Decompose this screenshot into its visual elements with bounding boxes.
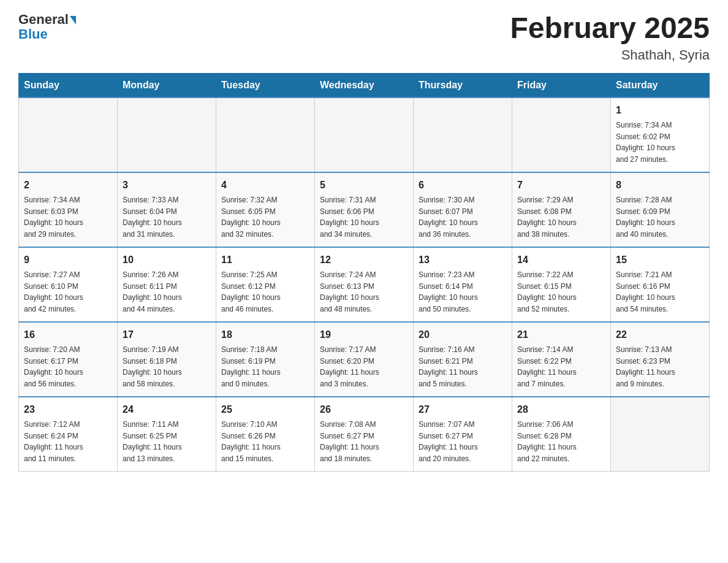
calendar-header-row: SundayMondayTuesdayWednesdayThursdayFrid…: [19, 73, 710, 98]
calendar-week-row: 1Sunrise: 7:34 AM Sunset: 6:02 PM Daylig…: [19, 98, 710, 172]
day-number: 13: [419, 253, 507, 267]
day-info: Sunrise: 7:24 AM Sunset: 6:13 PM Dayligh…: [320, 270, 379, 313]
day-number: 21: [517, 327, 605, 342]
calendar-cell: [512, 98, 611, 172]
day-number: 23: [24, 402, 112, 417]
page-subtitle: Shathah, Syria: [510, 47, 710, 63]
day-info: Sunrise: 7:28 AM Sunset: 6:09 PM Dayligh…: [616, 196, 675, 239]
day-of-week-header: Tuesday: [216, 73, 315, 98]
day-number: 5: [320, 178, 408, 193]
day-number: 17: [123, 327, 211, 342]
day-info: Sunrise: 7:16 AM Sunset: 6:21 PM Dayligh…: [419, 345, 478, 388]
day-number: 14: [517, 253, 605, 267]
day-info: Sunrise: 7:14 AM Sunset: 6:22 PM Dayligh…: [517, 345, 577, 388]
calendar-cell: 14Sunrise: 7:22 AM Sunset: 6:15 PM Dayli…: [512, 247, 611, 322]
day-info: Sunrise: 7:33 AM Sunset: 6:04 PM Dayligh…: [123, 196, 182, 239]
calendar-cell: 26Sunrise: 7:08 AM Sunset: 6:27 PM Dayli…: [315, 397, 414, 472]
calendar-cell: 13Sunrise: 7:23 AM Sunset: 6:14 PM Dayli…: [414, 247, 512, 322]
calendar-week-row: 16Sunrise: 7:20 AM Sunset: 6:17 PM Dayli…: [19, 322, 710, 397]
day-info: Sunrise: 7:34 AM Sunset: 6:02 PM Dayligh…: [616, 121, 675, 164]
day-number: 10: [123, 253, 211, 267]
day-info: Sunrise: 7:10 AM Sunset: 6:26 PM Dayligh…: [221, 420, 281, 463]
page-title: February 2025: [510, 12, 710, 45]
logo: GeneralBlue: [18, 12, 76, 42]
day-info: Sunrise: 7:25 AM Sunset: 6:12 PM Dayligh…: [221, 270, 281, 313]
calendar-table: SundayMondayTuesdayWednesdayThursdayFrid…: [18, 73, 710, 472]
calendar-cell: 10Sunrise: 7:26 AM Sunset: 6:11 PM Dayli…: [118, 247, 216, 322]
calendar-cell: 25Sunrise: 7:10 AM Sunset: 6:26 PM Dayli…: [216, 397, 315, 472]
day-info: Sunrise: 7:22 AM Sunset: 6:15 PM Dayligh…: [517, 270, 577, 313]
calendar-cell: 9Sunrise: 7:27 AM Sunset: 6:10 PM Daylig…: [19, 247, 118, 322]
calendar-week-row: 9Sunrise: 7:27 AM Sunset: 6:10 PM Daylig…: [19, 247, 710, 322]
day-number: 16: [24, 327, 112, 342]
calendar-cell: 4Sunrise: 7:32 AM Sunset: 6:05 PM Daylig…: [216, 172, 315, 247]
calendar-cell: 15Sunrise: 7:21 AM Sunset: 6:16 PM Dayli…: [611, 247, 710, 322]
day-number: 27: [419, 402, 507, 417]
page-header: GeneralBlue February 2025 Shathah, Syria: [18, 12, 710, 63]
day-number: 28: [517, 402, 605, 417]
day-info: Sunrise: 7:32 AM Sunset: 6:05 PM Dayligh…: [221, 196, 281, 239]
calendar-cell: 1Sunrise: 7:34 AM Sunset: 6:02 PM Daylig…: [611, 98, 710, 172]
calendar-cell: 19Sunrise: 7:17 AM Sunset: 6:20 PM Dayli…: [315, 322, 414, 397]
calendar-cell: 23Sunrise: 7:12 AM Sunset: 6:24 PM Dayli…: [19, 397, 118, 472]
calendar-cell: 6Sunrise: 7:30 AM Sunset: 6:07 PM Daylig…: [414, 172, 512, 247]
calendar-week-row: 23Sunrise: 7:12 AM Sunset: 6:24 PM Dayli…: [19, 397, 710, 472]
day-number: 11: [221, 253, 309, 267]
calendar-cell: [315, 98, 414, 172]
day-info: Sunrise: 7:26 AM Sunset: 6:11 PM Dayligh…: [123, 270, 182, 313]
calendar-cell: 18Sunrise: 7:18 AM Sunset: 6:19 PM Dayli…: [216, 322, 315, 397]
calendar-cell: 2Sunrise: 7:34 AM Sunset: 6:03 PM Daylig…: [19, 172, 118, 247]
day-info: Sunrise: 7:07 AM Sunset: 6:27 PM Dayligh…: [419, 420, 478, 463]
day-info: Sunrise: 7:18 AM Sunset: 6:19 PM Dayligh…: [221, 345, 281, 388]
day-info: Sunrise: 7:11 AM Sunset: 6:25 PM Dayligh…: [123, 420, 182, 463]
day-info: Sunrise: 7:30 AM Sunset: 6:07 PM Dayligh…: [419, 196, 478, 239]
day-number: 8: [616, 178, 704, 193]
day-number: 22: [616, 327, 704, 342]
day-info: Sunrise: 7:08 AM Sunset: 6:27 PM Dayligh…: [320, 420, 379, 463]
day-info: Sunrise: 7:20 AM Sunset: 6:17 PM Dayligh…: [24, 345, 83, 388]
day-info: Sunrise: 7:23 AM Sunset: 6:14 PM Dayligh…: [419, 270, 478, 313]
calendar-cell: 20Sunrise: 7:16 AM Sunset: 6:21 PM Dayli…: [414, 322, 512, 397]
day-number: 6: [419, 178, 507, 193]
calendar-cell: 16Sunrise: 7:20 AM Sunset: 6:17 PM Dayli…: [19, 322, 118, 397]
day-of-week-header: Monday: [118, 73, 216, 98]
calendar-cell: 28Sunrise: 7:06 AM Sunset: 6:28 PM Dayli…: [512, 397, 611, 472]
calendar-cell: [19, 98, 118, 172]
day-info: Sunrise: 7:17 AM Sunset: 6:20 PM Dayligh…: [320, 345, 379, 388]
day-info: Sunrise: 7:31 AM Sunset: 6:06 PM Dayligh…: [320, 196, 379, 239]
day-number: 7: [517, 178, 605, 193]
day-number: 1: [616, 103, 704, 118]
day-number: 2: [24, 178, 112, 193]
calendar-week-row: 2Sunrise: 7:34 AM Sunset: 6:03 PM Daylig…: [19, 172, 710, 247]
day-number: 26: [320, 402, 408, 417]
day-number: 9: [24, 253, 112, 267]
calendar-cell: 27Sunrise: 7:07 AM Sunset: 6:27 PM Dayli…: [414, 397, 512, 472]
calendar-cell: 24Sunrise: 7:11 AM Sunset: 6:25 PM Dayli…: [118, 397, 216, 472]
day-of-week-header: Wednesday: [315, 73, 414, 98]
calendar-cell: [414, 98, 512, 172]
day-info: Sunrise: 7:29 AM Sunset: 6:08 PM Dayligh…: [517, 196, 577, 239]
day-of-week-header: Sunday: [19, 73, 118, 98]
day-number: 24: [123, 402, 211, 417]
day-info: Sunrise: 7:12 AM Sunset: 6:24 PM Dayligh…: [24, 420, 83, 463]
calendar-cell: [611, 397, 710, 472]
calendar-cell: 3Sunrise: 7:33 AM Sunset: 6:04 PM Daylig…: [118, 172, 216, 247]
day-number: 15: [616, 253, 704, 267]
day-of-week-header: Thursday: [414, 73, 512, 98]
day-number: 25: [221, 402, 309, 417]
logo-text: GeneralBlue: [18, 12, 76, 42]
calendar-cell: [118, 98, 216, 172]
calendar-cell: 21Sunrise: 7:14 AM Sunset: 6:22 PM Dayli…: [512, 322, 611, 397]
day-number: 4: [221, 178, 309, 193]
day-info: Sunrise: 7:13 AM Sunset: 6:23 PM Dayligh…: [616, 345, 675, 388]
day-info: Sunrise: 7:06 AM Sunset: 6:28 PM Dayligh…: [517, 420, 577, 463]
day-of-week-header: Saturday: [611, 73, 710, 98]
day-info: Sunrise: 7:27 AM Sunset: 6:10 PM Dayligh…: [24, 270, 83, 313]
day-info: Sunrise: 7:21 AM Sunset: 6:16 PM Dayligh…: [616, 270, 675, 313]
calendar-cell: [216, 98, 315, 172]
logo-triangle-icon: [70, 16, 76, 25]
day-info: Sunrise: 7:19 AM Sunset: 6:18 PM Dayligh…: [123, 345, 182, 388]
calendar-cell: 17Sunrise: 7:19 AM Sunset: 6:18 PM Dayli…: [118, 322, 216, 397]
day-number: 20: [419, 327, 507, 342]
day-of-week-header: Friday: [512, 73, 611, 98]
